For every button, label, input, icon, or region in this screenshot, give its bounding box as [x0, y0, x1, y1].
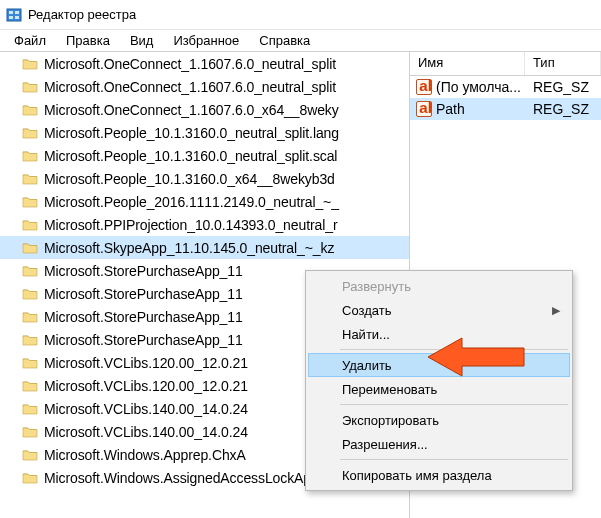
tree-item-label: Microsoft.VCLibs.120.00_12.0.21: [44, 378, 248, 394]
folder-icon: [22, 286, 38, 302]
svg-rect-3: [9, 16, 13, 19]
reg-string-icon: ab: [416, 79, 432, 95]
tree-item[interactable]: Microsoft.PPIProjection_10.0.14393.0_neu…: [0, 213, 409, 236]
value-row[interactable]: ab PathREG_SZ: [410, 98, 601, 120]
svg-text:ab: ab: [419, 102, 431, 116]
folder-icon: [22, 332, 38, 348]
context-menu-item-label: Удалить: [342, 358, 392, 373]
context-menu-item[interactable]: Переименовать: [308, 377, 570, 401]
context-menu-item-label: Создать: [342, 303, 391, 318]
tree-item[interactable]: Microsoft.People_10.1.3160.0_neutral_spl…: [0, 121, 409, 144]
tree-item[interactable]: Microsoft.People_2016.1111.2149.0_neutra…: [0, 190, 409, 213]
folder-icon: [22, 102, 38, 118]
context-menu-item[interactable]: Удалить: [308, 353, 570, 377]
folder-icon: [22, 470, 38, 486]
regedit-app-icon: [6, 7, 22, 23]
folder-icon: [22, 263, 38, 279]
tree-item-label: Microsoft.SkypeApp_11.10.145.0_neutral_~…: [44, 240, 334, 256]
value-row[interactable]: ab (По умолча...REG_SZ: [410, 76, 601, 98]
tree-item-label: Microsoft.Windows.AssignedAccessLockApp_…: [44, 470, 342, 486]
submenu-arrow-icon: ▶: [552, 304, 560, 317]
values-header: Имя Тип: [410, 52, 601, 76]
folder-icon: [22, 56, 38, 72]
folder-icon: [22, 378, 38, 394]
tree-item-label: Microsoft.People_2016.1111.2149.0_neutra…: [44, 194, 339, 210]
folder-icon: [22, 424, 38, 440]
column-type[interactable]: Тип: [525, 52, 601, 75]
tree-item[interactable]: Microsoft.People_10.1.3160.0_neutral_spl…: [0, 144, 409, 167]
svg-rect-4: [15, 16, 19, 19]
menubar: Файл Правка Вид Избранное Справка: [0, 30, 601, 52]
value-type: REG_SZ: [525, 101, 601, 117]
folder-icon: [22, 148, 38, 164]
column-name[interactable]: Имя: [410, 52, 525, 75]
menu-help[interactable]: Справка: [249, 32, 320, 49]
tree-item-label: Microsoft.People_10.1.3160.0_neutral_spl…: [44, 125, 339, 141]
context-menu-item-label: Развернуть: [342, 279, 411, 294]
folder-icon: [22, 240, 38, 256]
tree-item[interactable]: Microsoft.OneConnect_1.1607.6.0_x64__8we…: [0, 98, 409, 121]
value-name: Path: [436, 101, 465, 117]
tree-item-label: Microsoft.OneConnect_1.1607.6.0_x64__8we…: [44, 102, 339, 118]
svg-rect-1: [9, 11, 13, 14]
menu-favorites[interactable]: Избранное: [163, 32, 249, 49]
tree-item-label: Microsoft.StorePurchaseApp_11: [44, 332, 243, 348]
menu-separator: [340, 459, 568, 460]
context-menu-item[interactable]: Копировать имя раздела: [308, 463, 570, 487]
window-title: Редактор реестра: [28, 7, 136, 22]
context-menu-item: Развернуть: [308, 274, 570, 298]
context-menu-item-label: Экспортировать: [342, 413, 439, 428]
folder-icon: [22, 125, 38, 141]
context-menu-item[interactable]: Экспортировать: [308, 408, 570, 432]
folder-icon: [22, 355, 38, 371]
folder-icon: [22, 401, 38, 417]
context-menu-item-label: Найти...: [342, 327, 390, 342]
menu-view[interactable]: Вид: [120, 32, 164, 49]
folder-icon: [22, 309, 38, 325]
tree-item[interactable]: Microsoft.OneConnect_1.1607.6.0_neutral_…: [0, 52, 409, 75]
tree-item-label: Microsoft.People_10.1.3160.0_neutral_spl…: [44, 148, 337, 164]
folder-icon: [22, 171, 38, 187]
svg-text:ab: ab: [419, 80, 431, 94]
context-menu-item-label: Разрешения...: [342, 437, 428, 452]
tree-item[interactable]: Microsoft.SkypeApp_11.10.145.0_neutral_~…: [0, 236, 409, 259]
tree-item-label: Microsoft.VCLibs.140.00_14.0.24: [44, 424, 248, 440]
menu-edit[interactable]: Правка: [56, 32, 120, 49]
tree-item-label: Microsoft.People_10.1.3160.0_x64__8wekyb…: [44, 171, 335, 187]
context-menu: РазвернутьСоздать▶Найти...УдалитьПереиме…: [305, 270, 573, 491]
value-name: (По умолча...: [436, 79, 521, 95]
tree-item-label: Microsoft.StorePurchaseApp_11: [44, 286, 243, 302]
context-menu-item[interactable]: Найти...: [308, 322, 570, 346]
tree-item-label: Microsoft.OneConnect_1.1607.6.0_neutral_…: [44, 56, 336, 72]
window-titlebar: Редактор реестра: [0, 0, 601, 30]
context-menu-item[interactable]: Разрешения...: [308, 432, 570, 456]
tree-item-label: Microsoft.VCLibs.140.00_14.0.24: [44, 401, 248, 417]
context-menu-item[interactable]: Создать▶: [308, 298, 570, 322]
folder-icon: [22, 447, 38, 463]
menu-file[interactable]: Файл: [4, 32, 56, 49]
reg-string-icon: ab: [416, 101, 432, 117]
svg-rect-0: [7, 9, 21, 21]
tree-item[interactable]: Microsoft.People_10.1.3160.0_x64__8wekyb…: [0, 167, 409, 190]
tree-item-label: Microsoft.StorePurchaseApp_11: [44, 263, 243, 279]
menu-separator: [340, 349, 568, 350]
svg-rect-2: [15, 11, 19, 14]
value-type: REG_SZ: [525, 79, 601, 95]
tree-item-label: Microsoft.PPIProjection_10.0.14393.0_neu…: [44, 217, 337, 233]
tree-item-label: Microsoft.StorePurchaseApp_11: [44, 309, 243, 325]
folder-icon: [22, 217, 38, 233]
tree-item-label: Microsoft.Windows.Apprep.ChxA: [44, 447, 246, 463]
tree-item-label: Microsoft.VCLibs.120.00_12.0.21: [44, 355, 248, 371]
tree-item[interactable]: Microsoft.OneConnect_1.1607.6.0_neutral_…: [0, 75, 409, 98]
context-menu-item-label: Переименовать: [342, 382, 437, 397]
folder-icon: [22, 79, 38, 95]
folder-icon: [22, 194, 38, 210]
menu-separator: [340, 404, 568, 405]
tree-item-label: Microsoft.OneConnect_1.1607.6.0_neutral_…: [44, 79, 336, 95]
context-menu-item-label: Копировать имя раздела: [342, 468, 492, 483]
